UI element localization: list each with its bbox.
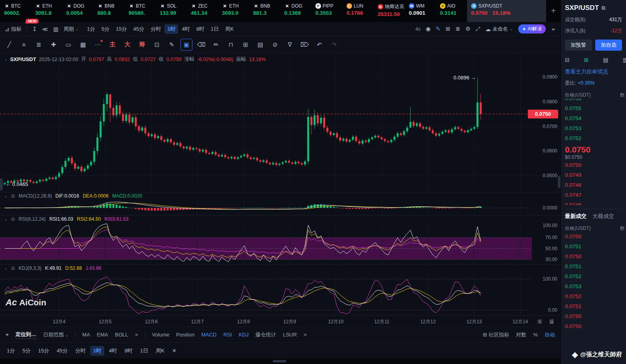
undo-icon[interactable]: ↶	[313, 39, 325, 51]
timeframe-4时[interactable]: 4时	[106, 346, 120, 356]
period-button[interactable]: 周期 ⌄	[63, 26, 79, 33]
timeframe-45分[interactable]: 45分	[131, 24, 147, 34]
left-collapse-handle[interactable]	[0, 178, 3, 190]
ticker-item[interactable]: ✕ETH3093.0	[218, 0, 249, 22]
shape-rect-icon[interactable]: ▭	[62, 39, 74, 51]
draw-pencil-icon[interactable]: ✎	[436, 26, 441, 32]
trend-line-icon[interactable]: ╱	[3, 39, 15, 51]
ticker-item[interactable]: N纳斯达克25311.50	[374, 0, 405, 22]
right-collapse-handle[interactable]	[558, 176, 561, 188]
box-select-icon[interactable]: ▣	[180, 39, 192, 51]
gann-grid-icon[interactable]: ▦	[77, 39, 89, 51]
candlestick-chart[interactable]: 0.09000.08000.07000.06000.05000.07500.08…	[0, 53, 561, 192]
timeframe-5分[interactable]: 5分	[20, 346, 33, 356]
copy-icon[interactable]: ⧉	[602, 5, 605, 11]
active-symbol-tab[interactable]: S SXP/USDT 0.0750 15.18%	[467, 0, 546, 22]
ticker-item[interactable]: WWM0.0901	[405, 0, 436, 22]
horizontal-scrollbar[interactable]	[0, 358, 561, 364]
timeframe-15分[interactable]: 15分	[35, 346, 52, 356]
fullscreen-icon[interactable]: ⤢	[475, 26, 480, 32]
bid-row[interactable]: 0.0749	[565, 170, 622, 180]
main-chart-btn[interactable]: 主	[107, 39, 119, 51]
time-axis[interactable]: 12月412月512月612月712月812月912月1012月1112月121…	[0, 315, 561, 326]
ask-row[interactable]: 0.0755	[565, 103, 622, 113]
region-screenshot-icon[interactable]: ⊡	[151, 39, 163, 51]
large-view-btn[interactable]: 大	[121, 39, 133, 51]
indicator-Volume[interactable]: Volume	[152, 332, 169, 338]
ticker-item[interactable]: ✕ZEC461.34	[187, 0, 218, 22]
add-alert-button[interactable]: 加预警	[565, 40, 592, 51]
alert-bell-icon[interactable]: ⊙	[11, 216, 15, 222]
ticker-item[interactable]: PPIPP0.3553	[311, 0, 343, 22]
fib-tools-icon[interactable]: ≣	[33, 39, 45, 51]
date-range-button[interactable]: 日期范围 ⌄	[43, 331, 68, 338]
timeframe-5分[interactable]: 5分	[99, 24, 112, 34]
indicator-LSUR[interactable]: LSUR	[283, 332, 297, 338]
ask-row[interactable]: 0.0756	[565, 99, 622, 103]
order-flow-icon[interactable]: ▤	[254, 39, 266, 51]
eraser-icon[interactable]: ⌫	[195, 39, 207, 51]
timeframe-周K[interactable]: 周K	[222, 24, 237, 34]
timeframe-1日[interactable]: 1日	[208, 24, 222, 34]
timeframe-1时[interactable]: 1时	[164, 24, 178, 34]
indicator-RSI[interactable]: RSI	[223, 332, 232, 338]
ai-analysis-button[interactable]: ✦ AI解读	[518, 24, 546, 34]
more-tools-icon[interactable]: ⋯	[92, 39, 104, 51]
auto-scale-button[interactable]: 自动	[545, 331, 555, 338]
ticker-item[interactable]: AAIO0.3141	[436, 0, 467, 22]
timeframe-分时[interactable]: 分时	[148, 24, 164, 34]
save-icon[interactable]: ↧	[32, 26, 37, 32]
orderbook-compact-icon[interactable]: ⊟	[565, 57, 570, 63]
timeframe-1日[interactable]: 1日	[137, 346, 151, 356]
timeframe-45分[interactable]: 45分	[54, 346, 70, 356]
indicator-KDJ[interactable]: KDJ	[239, 332, 249, 338]
more-indicators-button[interactable]: >	[303, 332, 307, 338]
indicator-button[interactable]: ⊿ 指标	[5, 26, 22, 33]
link-line-icon[interactable]: ⊘	[269, 39, 281, 51]
parallel-lines-icon[interactable]: ≡	[18, 39, 30, 51]
scrollbar-thumb[interactable]	[273, 360, 286, 362]
ticker-item[interactable]: ✕BNB881.3	[249, 0, 280, 22]
x-axis-toggle-爆[interactable]: 爆	[549, 318, 554, 325]
ticker-item[interactable]: ✕BNB880.8	[93, 0, 125, 22]
timeframe-4时[interactable]: 4时	[179, 24, 192, 34]
bid-row[interactable]: 0.0747	[565, 190, 622, 200]
timeframe-1时[interactable]: 1时	[90, 346, 104, 356]
chip-distribution-btn[interactable]: 筹	[136, 39, 148, 51]
redo-icon[interactable]: ↷	[328, 39, 340, 51]
cross-measure-icon[interactable]: ✚	[48, 39, 59, 51]
indicator-MACD[interactable]: MACD	[201, 332, 216, 338]
refresh-speed-label[interactable]: 4s	[416, 26, 421, 32]
locate-button[interactable]: 定位到…	[16, 331, 36, 339]
overlay-BOLL[interactable]: BOLL	[115, 332, 128, 338]
collapse-chevron-icon[interactable]: ⌄	[4, 57, 7, 61]
bid-row[interactable]: 0.0746	[565, 200, 622, 205]
magnet-icon[interactable]: ⊓	[225, 39, 237, 51]
log-scale-button[interactable]: 对数	[516, 331, 526, 338]
timeframe-8时[interactable]: 8时	[194, 24, 207, 34]
ticker-item[interactable]: ✕DOG0.0054	[62, 0, 93, 22]
kdj-pane[interactable]: 100.000.00	[0, 271, 561, 315]
indicator-Position[interactable]: Position	[176, 332, 194, 338]
timeframe-1分[interactable]: 1分	[84, 24, 98, 34]
timeframe-周K[interactable]: 周K	[153, 346, 167, 356]
magic-brush-icon[interactable]: ✎	[166, 39, 178, 51]
replay-icon[interactable]: ≪	[42, 26, 48, 32]
macd-pane[interactable]: 0.0000	[0, 199, 561, 215]
layout-menu-button[interactable]: ☁ 未命名 ⌄	[485, 26, 513, 33]
depth-chart-icon[interactable]: ▥	[623, 57, 626, 63]
percent-scale-button[interactable]: %	[533, 332, 538, 338]
bid-row[interactable]: 0.0750	[565, 160, 622, 170]
ask-row[interactable]: 0.0752	[565, 133, 622, 143]
ticker-item[interactable]: LLUN0.1786	[343, 0, 374, 22]
tab-大额成交[interactable]: 大额成交	[592, 213, 614, 220]
chevron-down-icon[interactable]: ⌄	[4, 217, 7, 221]
timeframe-8时[interactable]: 8时	[122, 346, 135, 356]
delete-draw-icon[interactable]: ⌦	[299, 39, 311, 51]
ask-row[interactable]: 0.0753	[565, 123, 622, 133]
depth-list-icon[interactable]: ▤	[603, 57, 608, 63]
rsi-pane[interactable]: 100.0070.0050.0030.00	[0, 222, 561, 264]
close-timeframe-button[interactable]: ✕	[169, 346, 179, 355]
alert-bell-icon[interactable]: ⊙	[11, 193, 15, 199]
share-icon[interactable]: ➢	[551, 26, 556, 32]
